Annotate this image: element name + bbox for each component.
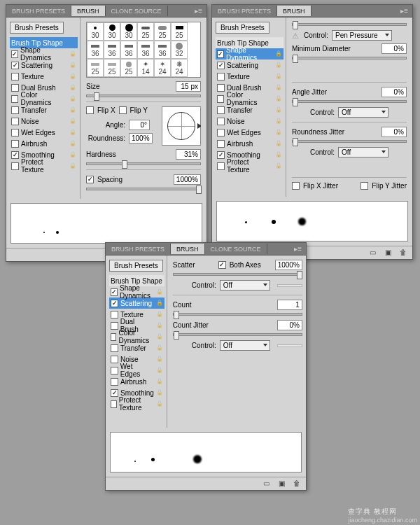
opt-color-dynamics[interactable]: Color Dynamics🔒: [10, 93, 78, 104]
checkbox-icon[interactable]: [11, 118, 19, 125]
checkbox-icon[interactable]: [111, 378, 118, 386]
checkbox-icon[interactable]: [111, 322, 118, 330]
new-brush-icon[interactable]: ▣: [383, 248, 393, 257]
checkbox-icon[interactable]: [11, 106, 19, 114]
round-jitter-slider[interactable]: [292, 140, 407, 143]
checkbox-icon[interactable]: [11, 73, 19, 80]
checkbox-icon[interactable]: [11, 162, 19, 170]
tab-clone-source[interactable]: CLONE SOURCE: [205, 244, 267, 254]
spacing-checkbox[interactable]: [86, 176, 94, 183]
control-dropdown[interactable]: Off: [220, 340, 270, 351]
count-slider[interactable]: [173, 313, 302, 316]
checkbox-icon[interactable]: [11, 84, 19, 92]
checkbox-icon[interactable]: [217, 151, 225, 159]
min-dia-input[interactable]: 0%: [382, 43, 407, 54]
brush-presets-button[interactable]: Brush Presets: [109, 260, 163, 272]
opt-protect-texture[interactable]: Protect Texture🔒: [216, 160, 284, 172]
checkbox-icon[interactable]: [217, 62, 225, 69]
trash-icon[interactable]: 🗑: [292, 479, 302, 488]
toggle-preview-icon[interactable]: ▭: [368, 248, 377, 257]
angle-jitter-slider[interactable]: [292, 100, 407, 103]
size-input[interactable]: 15 px: [176, 81, 201, 92]
min-dia-slider[interactable]: [292, 57, 407, 59]
toggle-preview-icon[interactable]: ▭: [261, 479, 271, 488]
checkbox-icon[interactable]: [217, 50, 224, 58]
control-dropdown[interactable]: Off: [338, 147, 388, 158]
tab-clone-source[interactable]: CLONE SOURCE: [106, 6, 168, 16]
spacing-input[interactable]: 1000%: [174, 174, 201, 185]
opt-airbrush[interactable]: Airbrush🔒: [109, 376, 164, 387]
tab-brush-presets[interactable]: BRUSH PRESETS: [6, 6, 71, 16]
opt-shape-dynamics[interactable]: Shape Dynamics🔒: [216, 48, 284, 59]
count-input[interactable]: 1: [277, 300, 302, 310]
opt-wet-edges[interactable]: Wet Edges🔒: [216, 127, 284, 138]
control-dropdown[interactable]: Pen Pressure: [332, 30, 392, 41]
tab-brush-presets[interactable]: BRUSH PRESETS: [106, 244, 171, 254]
checkbox-icon[interactable]: [217, 118, 225, 125]
opt-transfer[interactable]: Transfer🔒: [109, 342, 164, 354]
count-jitter-input[interactable]: 0%: [277, 320, 302, 330]
checkbox-icon[interactable]: [217, 106, 225, 114]
checkbox-icon[interactable]: [11, 151, 19, 159]
tab-brush[interactable]: BRUSH: [171, 244, 205, 254]
hardness-slider[interactable]: [86, 162, 201, 165]
opt-noise[interactable]: Noise🔒: [216, 115, 284, 127]
opt-texture[interactable]: Texture🔒: [10, 71, 78, 82]
control-dropdown[interactable]: Off: [220, 280, 270, 290]
checkbox-icon[interactable]: [11, 129, 19, 136]
tab-brush[interactable]: BRUSH: [277, 6, 312, 16]
checkbox-icon[interactable]: [111, 333, 116, 341]
scatter-slider[interactable]: [173, 273, 302, 276]
angle-jitter-input[interactable]: 0%: [382, 87, 407, 97]
opt-shape-dynamics[interactable]: Shape Dynamics🔒: [109, 286, 164, 298]
checkbox-icon[interactable]: [217, 84, 225, 92]
checkbox-icon[interactable]: [111, 400, 117, 408]
brush-presets-button[interactable]: Brush Presets: [216, 22, 270, 34]
flipy-checkbox[interactable]: [119, 106, 127, 114]
angle-input[interactable]: 0°: [129, 120, 150, 130]
hardness-input[interactable]: 31%: [176, 149, 201, 160]
checkbox-icon[interactable]: [217, 73, 225, 80]
size-jitter-slider[interactable]: [292, 23, 407, 26]
opt-color-dynamics[interactable]: Color Dynamics🔒: [216, 93, 284, 104]
checkbox-icon[interactable]: [111, 300, 118, 307]
opt-wet-edges[interactable]: Wet Edges🔒: [109, 365, 164, 376]
spacing-slider[interactable]: [86, 188, 201, 190]
scatter-input[interactable]: 1000%: [275, 260, 302, 270]
checkbox-icon[interactable]: [111, 344, 118, 352]
checkbox-icon[interactable]: [217, 129, 225, 136]
opt-wet-edges[interactable]: Wet Edges🔒: [10, 127, 78, 138]
flipy-jitter-checkbox[interactable]: [360, 182, 368, 190]
checkbox-icon[interactable]: [11, 140, 19, 148]
brush-presets-button[interactable]: Brush Presets: [10, 22, 64, 34]
flipx-checkbox[interactable]: [86, 106, 94, 114]
checkbox-icon[interactable]: [217, 162, 225, 170]
count-jitter-slider[interactable]: [173, 333, 302, 336]
checkbox-icon[interactable]: [111, 367, 118, 374]
control-dropdown[interactable]: Off: [338, 107, 388, 118]
tab-brush[interactable]: BRUSH: [71, 6, 106, 16]
checkbox-icon[interactable]: [111, 356, 118, 363]
round-jitter-input[interactable]: 0%: [382, 127, 407, 137]
opt-color-dynamics[interactable]: Color Dynamics🔒: [109, 331, 164, 342]
opt-texture[interactable]: Texture🔒: [216, 71, 284, 82]
angle-widget[interactable]: [162, 106, 201, 146]
flyout-menu-icon[interactable]: ▸≡: [290, 245, 306, 253]
checkbox-icon[interactable]: [217, 140, 225, 148]
trash-icon[interactable]: 🗑: [398, 248, 408, 257]
checkbox-icon[interactable]: [111, 311, 118, 318]
checkbox-icon[interactable]: [217, 95, 224, 103]
opt-airbrush[interactable]: Airbrush🔒: [216, 138, 284, 149]
checkbox-icon[interactable]: [11, 62, 19, 69]
roundness-input[interactable]: 100%: [129, 133, 153, 144]
flyout-menu-icon[interactable]: ▸≡: [190, 7, 206, 15]
checkbox-icon[interactable]: [11, 50, 18, 58]
opt-protect-texture[interactable]: Protect Texture🔒: [10, 160, 78, 172]
opt-noise[interactable]: Noise🔒: [10, 115, 78, 127]
opt-airbrush[interactable]: Airbrush🔒: [10, 138, 78, 149]
brush-thumbnail-grid[interactable]: 30 30 30 25 25 25 36 36 36 36 36 32 25 2…: [86, 22, 201, 78]
opt-scattering[interactable]: Scattering🔒: [109, 298, 164, 309]
checkbox-icon[interactable]: [11, 95, 18, 103]
flyout-menu-icon[interactable]: ▸≡: [396, 7, 412, 15]
opt-protect-texture[interactable]: Protect Texture🔒: [109, 398, 164, 410]
